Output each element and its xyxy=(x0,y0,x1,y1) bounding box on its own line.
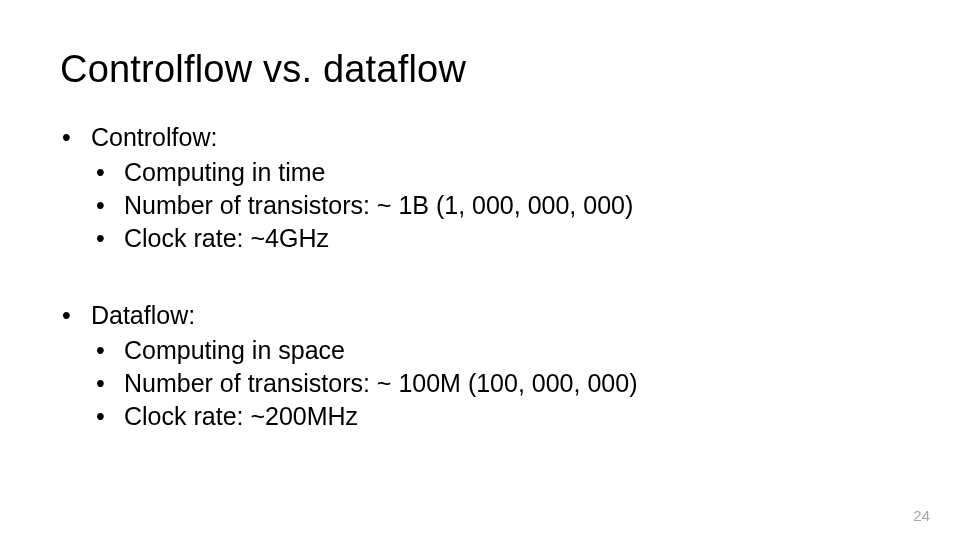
sub-bullet-list: Computing in time Number of transistors:… xyxy=(84,156,900,255)
slide: Controlflow vs. dataflow Controlfow: Com… xyxy=(0,0,960,540)
section-controlflow: Controlfow: Computing in time Number of … xyxy=(84,121,900,255)
page-number: 24 xyxy=(913,507,930,524)
sub-bullet-list: Computing in space Number of transistors… xyxy=(84,334,900,433)
list-item: Computing in space xyxy=(124,334,900,367)
list-item: Clock rate: ~4GHz xyxy=(124,222,900,255)
section-dataflow: Dataflow: Computing in space Number of t… xyxy=(84,299,900,433)
section-heading: Controlfow: xyxy=(91,123,217,151)
bullet-list: Controlfow: Computing in time Number of … xyxy=(60,121,900,433)
list-item: Number of transistors: ~ 1B (1, 000, 000… xyxy=(124,189,900,222)
list-item: Computing in time xyxy=(124,156,900,189)
section-heading: Dataflow: xyxy=(91,301,195,329)
list-item: Clock rate: ~200MHz xyxy=(124,400,900,433)
list-item: Number of transistors: ~ 100M (100, 000,… xyxy=(124,367,900,400)
slide-title: Controlflow vs. dataflow xyxy=(60,48,900,91)
